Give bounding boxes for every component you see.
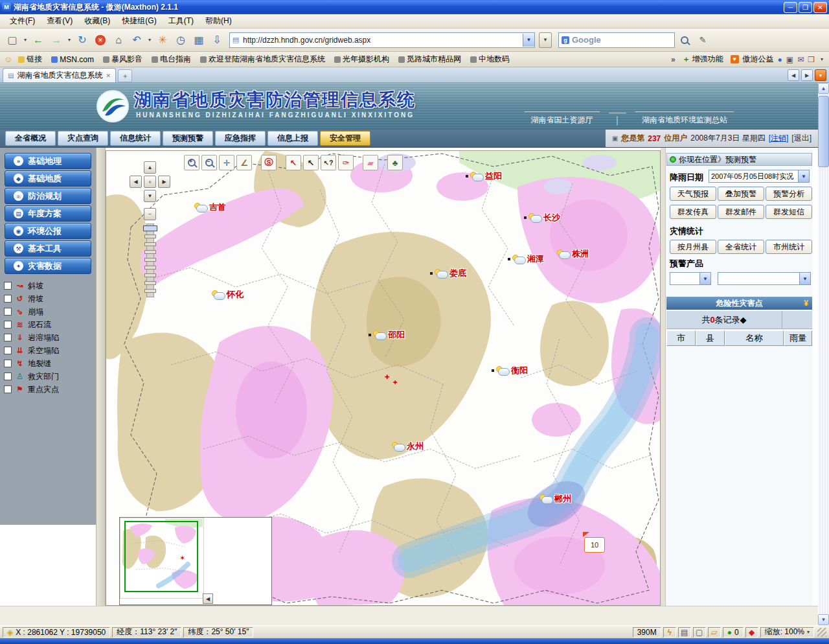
- column-name[interactable]: 名称: [725, 330, 784, 346]
- nav-tab-query[interactable]: 灾点查询: [58, 131, 108, 146]
- layer-checkbox[interactable]: [4, 347, 12, 354]
- sidebar-button-base-geography[interactable]: »基础地理: [5, 153, 91, 169]
- address-list-button[interactable]: ▼: [539, 32, 552, 48]
- sidebar-button-basic-tools[interactable]: ⚒基本工具: [5, 240, 91, 257]
- column-city[interactable]: 市: [666, 330, 696, 346]
- province-stats-button[interactable]: 全省统计: [718, 240, 764, 254]
- link-city[interactable]: 觅路城市精品网: [395, 52, 464, 66]
- smiley-icon[interactable]: ☺: [4, 54, 12, 64]
- filter-counter-cell[interactable]: ●0: [723, 627, 744, 638]
- linksbar-collapse-icon[interactable]: ▾: [819, 56, 825, 62]
- rain-date-select[interactable]: 2007年05月05日08时实况▼: [709, 170, 810, 183]
- overlay-warning-button[interactable]: 叠加预警: [718, 187, 764, 201]
- close-button[interactable]: ✕: [813, 2, 827, 13]
- nav-tab-emergency[interactable]: 应急指挥: [215, 131, 266, 146]
- erase-tool-icon[interactable]: ▰: [363, 155, 378, 170]
- exit-link[interactable]: [退出]: [791, 133, 812, 144]
- overview-collapse-button[interactable]: ◀: [203, 593, 213, 604]
- group-sms-button[interactable]: 群发短信: [766, 205, 812, 219]
- undo-dropdown-icon[interactable]: ▾: [146, 37, 153, 43]
- layer-checkbox[interactable]: [4, 385, 12, 393]
- link-radio[interactable]: 电台指南: [148, 52, 194, 66]
- sidebar-button-prevention-plan[interactable]: ☏防治规划: [5, 188, 91, 204]
- history-clock-icon[interactable]: ◷: [172, 32, 189, 49]
- layer-checkbox[interactable]: [4, 373, 12, 380]
- printer-icon[interactable]: ▤: [678, 627, 691, 638]
- stop-icon[interactable]: ✕: [92, 32, 109, 49]
- sidebar-button-base-geology[interactable]: ◆基础地质: [5, 170, 91, 187]
- layer-checkbox[interactable]: [4, 282, 12, 290]
- pan-right-button[interactable]: ▶: [158, 176, 170, 188]
- select-tool-icon[interactable]: Ⓢ: [261, 155, 277, 170]
- sidebar-button-annual-plan[interactable]: ▤年度方案: [5, 205, 91, 222]
- nav-tab-report[interactable]: 信息上报: [267, 131, 318, 146]
- warning-product-select-1[interactable]: ▼: [670, 272, 711, 285]
- gift-icon[interactable]: ❒: [808, 55, 815, 64]
- layer-checkbox[interactable]: [4, 334, 12, 341]
- charity-icon[interactable]: ♥: [731, 55, 739, 63]
- menu-groups[interactable]: 快捷组(G): [116, 14, 162, 28]
- panel-splitter[interactable]: [96, 148, 106, 606]
- identify-tool-icon[interactable]: ↖: [286, 155, 301, 170]
- tab-scroll-right-icon[interactable]: ▶: [801, 69, 813, 81]
- home-icon[interactable]: ⌂: [110, 32, 127, 49]
- search-box[interactable]: g Google: [558, 32, 675, 48]
- logout-link[interactable]: [注销]: [769, 133, 789, 144]
- link-msn[interactable]: MSN.com: [48, 54, 97, 65]
- measure-tool-icon[interactable]: ∠: [240, 158, 248, 168]
- city-stats-button[interactable]: 市州统计: [766, 240, 812, 254]
- scroll-down-icon[interactable]: ▼: [818, 614, 829, 625]
- group-email-button[interactable]: 群发邮件: [718, 205, 764, 219]
- alert-icon[interactable]: ◆: [745, 627, 758, 638]
- mark-tool-icon[interactable]: ✑: [338, 155, 354, 170]
- group-fax-button[interactable]: 群发传真: [670, 205, 716, 219]
- query-tool-icon[interactable]: ↖?: [321, 155, 336, 170]
- menu-favorites[interactable]: 收藏(B): [78, 14, 116, 28]
- skin-icon[interactable]: ●: [778, 55, 782, 64]
- pan-down-button[interactable]: ▼: [144, 190, 156, 202]
- banner-link-monitor-station[interactable]: 湖南省地质环境监测总站: [635, 111, 734, 126]
- layer-checkbox[interactable]: [4, 321, 12, 328]
- folder-status-icon[interactable]: ▱: [708, 627, 721, 638]
- search-engine-label[interactable]: Google: [572, 35, 601, 45]
- link-photo[interactable]: 光年摄影机构: [331, 52, 392, 66]
- column-rainfall[interactable]: 雨量: [784, 330, 812, 346]
- zoom-in-tool-icon[interactable]: [184, 155, 199, 170]
- minimize-button[interactable]: ─: [784, 2, 797, 13]
- link-zhongdi[interactable]: 中地数码: [467, 52, 513, 66]
- menu-view[interactable]: 查看(V): [41, 14, 78, 28]
- warning-analysis-button[interactable]: 预警分析: [766, 187, 812, 201]
- layer-checkbox[interactable]: [4, 308, 12, 316]
- resize-grip[interactable]: [817, 628, 826, 637]
- layer-checkbox[interactable]: [4, 360, 12, 367]
- nav-tab-security[interactable]: 安全管理: [320, 131, 370, 146]
- legend-tool-icon[interactable]: ♣: [387, 155, 403, 170]
- nav-tab-forecast[interactable]: 预测预警: [163, 131, 213, 146]
- pointer-tool-icon[interactable]: ↖: [303, 155, 319, 170]
- panels-icon[interactable]: ▦: [190, 32, 207, 49]
- undo-icon[interactable]: ↶: [128, 32, 145, 49]
- download-icon[interactable]: ⇩: [209, 32, 225, 49]
- nav-tab-overview[interactable]: 全省概况: [5, 131, 56, 146]
- link-folder[interactable]: 链接: [15, 52, 45, 66]
- tab-close-icon[interactable]: ✕: [106, 73, 111, 79]
- pan-up-button[interactable]: ▲: [144, 161, 156, 174]
- link-hunan-geohazard[interactable]: 欢迎登陆湖南省地质灾害信息系统: [197, 52, 328, 66]
- address-input[interactable]: [242, 34, 523, 47]
- column-county[interactable]: 县: [696, 330, 725, 346]
- address-bar[interactable]: ▤ ▼: [229, 32, 535, 48]
- zoom-slider-handle[interactable]: [143, 225, 157, 231]
- search-go-icon[interactable]: [676, 32, 693, 49]
- scrollbar-thumb[interactable]: [818, 96, 829, 167]
- layer-checkbox[interactable]: [4, 295, 12, 303]
- restore-button[interactable]: ❐: [799, 2, 812, 13]
- menu-file[interactable]: 文件(F): [4, 14, 41, 28]
- page-status-icon[interactable]: ▢: [693, 627, 706, 638]
- pan-tool-icon[interactable]: ✛: [219, 155, 234, 170]
- scroll-up-icon[interactable]: ▲: [818, 83, 829, 94]
- boost-icon[interactable]: ϟ: [663, 627, 676, 638]
- warning-product-select-2[interactable]: ▼: [718, 272, 811, 285]
- overview-map[interactable]: ✶: [120, 518, 204, 599]
- zoom-out-tool-icon[interactable]: [201, 155, 217, 170]
- by-county-stats-button[interactable]: 按月州县: [670, 240, 716, 254]
